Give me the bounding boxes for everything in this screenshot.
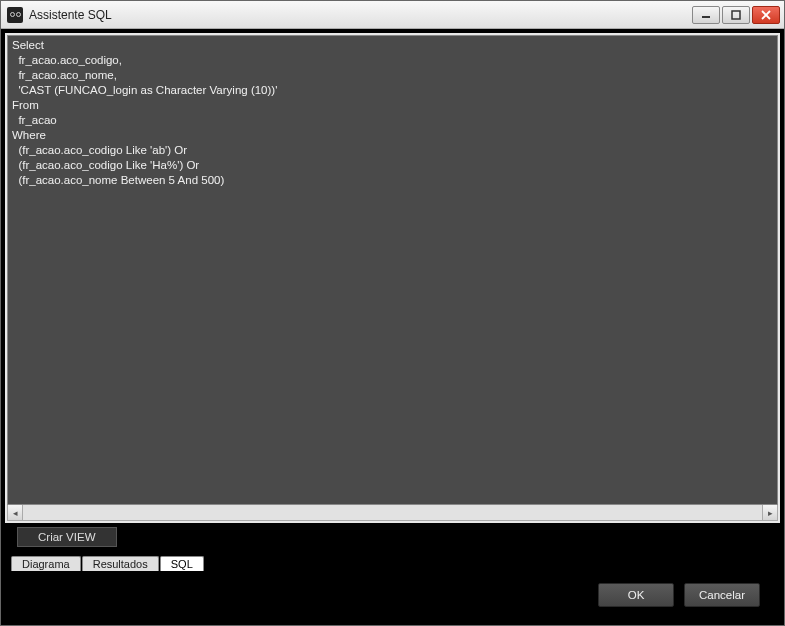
close-icon [761,10,771,20]
minimize-icon [701,10,711,20]
maximize-button[interactable] [722,6,750,24]
titlebar[interactable]: Assistente SQL [1,1,784,29]
tab-bar: Diagrama Resultados SQL [5,551,780,571]
dialog-buttons: OK Cancelar [5,571,780,619]
app-icon [7,7,23,23]
minimize-button[interactable] [692,6,720,24]
horizontal-scrollbar[interactable]: ◂ ▸ [7,505,778,521]
app-window: Assistente SQL Select fr_acao.aco_codigo… [0,0,785,626]
scroll-left-button[interactable]: ◂ [7,505,23,520]
scroll-right-button[interactable]: ▸ [762,505,778,520]
maximize-icon [731,10,741,20]
create-view-button[interactable]: Criar VIEW [17,527,117,547]
ok-button[interactable]: OK [598,583,674,607]
cancel-button[interactable]: Cancelar [684,583,760,607]
window-title: Assistente SQL [29,8,692,22]
tab-diagrama[interactable]: Diagrama [11,556,81,571]
toolbar: Criar VIEW [5,523,780,551]
tab-resultados[interactable]: Resultados [82,556,159,571]
window-controls [692,6,780,24]
editor-panel: Select fr_acao.aco_codigo, fr_acao.aco_n… [5,33,780,523]
client-area: Select fr_acao.aco_codigo, fr_acao.aco_n… [1,29,784,625]
sql-editor[interactable]: Select fr_acao.aco_codigo, fr_acao.aco_n… [7,35,778,505]
svg-rect-1 [732,11,740,19]
tab-sql[interactable]: SQL [160,556,204,571]
close-button[interactable] [752,6,780,24]
